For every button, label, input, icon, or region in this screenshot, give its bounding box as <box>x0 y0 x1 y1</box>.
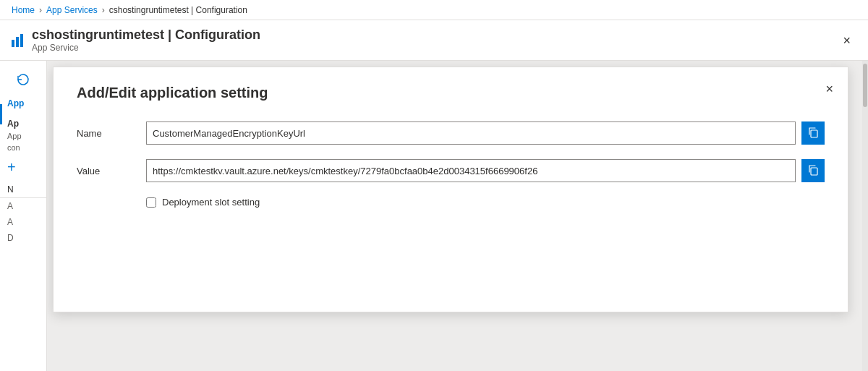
sidebar-letter-a2: A <box>0 214 46 230</box>
modal-close-button[interactable]: × <box>822 79 836 100</box>
name-label: Name <box>77 128 135 139</box>
deployment-slot-row: Deployment slot setting <box>146 197 825 208</box>
sidebar-item-app[interactable]: App <box>0 93 46 114</box>
modal-title: Add/Edit application setting <box>77 85 825 101</box>
header-left: cshostingruntimetest | Configuration App… <box>12 27 260 54</box>
sidebar: App Ap App con + N A A D <box>0 61 47 371</box>
breadcrumb-home[interactable]: Home <box>12 5 35 15</box>
modal-dialog: Add/Edit application setting × Name <box>53 67 848 312</box>
breadcrumb-sep-2: › <box>102 5 105 15</box>
page-title: cshostingruntimetest | Configuration <box>32 27 260 43</box>
svg-rect-0 <box>811 130 817 137</box>
value-field-row: Value <box>77 159 825 182</box>
header-close-button[interactable]: × <box>837 31 856 50</box>
breadcrumb-bar: Home › App Services › cshostingruntimete… <box>0 0 868 20</box>
modal-overlay: Add/Edit application setting × Name <box>47 61 868 371</box>
name-input[interactable] <box>146 121 796 145</box>
sidebar-nav-n: N <box>0 182 46 198</box>
header-title-group: cshostingruntimetest | Configuration App… <box>32 27 260 54</box>
sidebar-letter-a1: A <box>0 198 46 214</box>
breadcrumb-app-services[interactable]: App Services <box>46 5 98 15</box>
sidebar-section-ap: Ap <box>0 114 46 130</box>
azure-bars-icon <box>12 34 23 47</box>
bar3 <box>20 34 23 47</box>
content-area: App Ap App con + N A A D Add/Edit applic… <box>0 61 868 371</box>
main-panel: Add/Edit application setting × Name <box>47 61 868 371</box>
breadcrumb-current: cshostingruntimetest | Configuration <box>109 5 247 15</box>
sidebar-letter-d: D <box>0 230 46 246</box>
breadcrumb-sep-1: › <box>39 5 42 15</box>
value-label: Value <box>77 166 135 176</box>
deployment-slot-checkbox[interactable] <box>146 197 156 208</box>
add-button[interactable]: + <box>0 153 46 182</box>
refresh-icon <box>16 72 30 87</box>
bar2 <box>16 37 19 47</box>
svg-rect-1 <box>811 168 817 175</box>
name-field-row: Name <box>77 121 825 145</box>
value-copy-button[interactable] <box>801 159 825 182</box>
name-input-wrap <box>146 121 825 145</box>
sidebar-desc-1: App <box>0 130 46 142</box>
active-indicator <box>0 104 2 124</box>
bar1 <box>12 40 14 47</box>
refresh-button[interactable] <box>0 67 46 93</box>
copy-icon-2 <box>807 164 819 178</box>
azure-logo <box>12 34 23 47</box>
value-input[interactable] <box>146 159 796 182</box>
page-subtitle: App Service <box>32 43 260 53</box>
main-header: cshostingruntimetest | Configuration App… <box>0 20 868 61</box>
deployment-slot-label: Deployment slot setting <box>162 197 260 208</box>
name-copy-button[interactable] <box>801 121 825 145</box>
value-input-wrap <box>146 159 825 182</box>
sidebar-desc-2: con <box>0 142 46 153</box>
copy-icon <box>807 127 819 140</box>
